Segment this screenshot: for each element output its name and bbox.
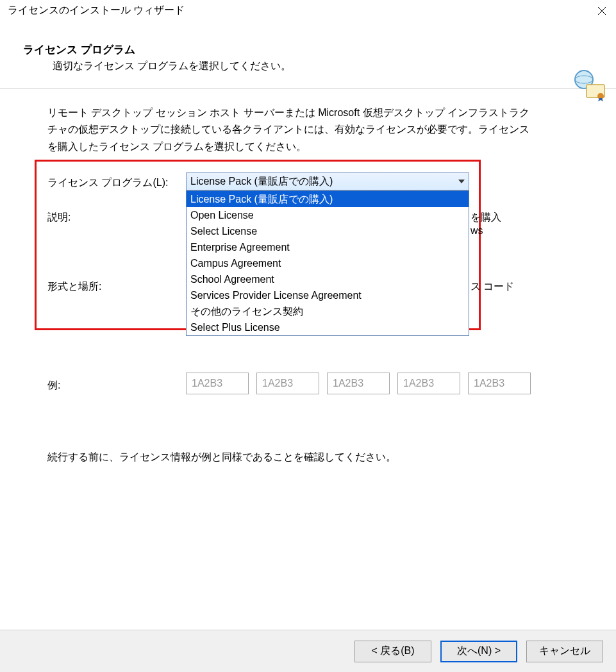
- intro-text: リモート デスクトップ セッション ホスト サーバーまたは Microsoft …: [47, 105, 535, 155]
- label-example: 例:: [47, 379, 60, 392]
- next-button[interactable]: 次へ(N) >: [440, 641, 517, 662]
- close-button[interactable]: [588, 1, 616, 21]
- example-field: 1A2B3: [397, 373, 460, 394]
- license-program-combobox[interactable]: License Pack (量販店での購入): [186, 172, 469, 190]
- example-fields-row: 1A2B3 1A2B3 1A2B3 1A2B3 1A2B3: [186, 373, 531, 394]
- wizard-header: ライセンス プログラム 適切なライセンス プログラムを選択してください。: [0, 31, 616, 89]
- close-icon: [597, 6, 606, 15]
- cancel-button[interactable]: キャンセル: [526, 641, 603, 662]
- license-program-dropdown[interactable]: License Pack (量販店での購入) Open License Sele…: [186, 190, 469, 336]
- back-button[interactable]: < 戻る(B): [354, 641, 431, 662]
- obscured-text-line1: を購入: [470, 211, 501, 224]
- example-field: 1A2B3: [256, 373, 319, 394]
- obscured-text-line2: ws: [470, 225, 483, 237]
- window-title: ライセンスのインストール ウィザード: [8, 4, 185, 17]
- title-bar: ライセンスのインストール ウィザード: [0, 0, 616, 31]
- chevron-down-icon: [458, 180, 465, 183]
- wizard-footer: < 戻る(B) 次へ(N) > キャンセル: [0, 630, 616, 672]
- combobox-arrow-button[interactable]: [454, 173, 469, 190]
- obscured-text-line3: ス コード: [470, 280, 514, 294]
- dropdown-option[interactable]: その他のライセンス契約: [187, 303, 469, 319]
- dropdown-option[interactable]: Select Plus License: [187, 319, 469, 335]
- dropdown-option[interactable]: License Pack (量販店での購入): [187, 191, 469, 207]
- label-description: 説明:: [47, 211, 71, 224]
- dropdown-option[interactable]: Open License: [187, 207, 469, 223]
- header-title: ライセンス プログラム: [23, 42, 608, 57]
- header-subtitle: 適切なライセンス プログラムを選択してください。: [23, 60, 608, 73]
- label-license-program: ライセンス プログラム(L):: [47, 176, 168, 190]
- confirm-text: 続行する前に、ライセンス情報が例と同様であることを確認してください。: [47, 451, 396, 464]
- example-field: 1A2B3: [186, 373, 249, 394]
- dropdown-option[interactable]: School Agreement: [187, 271, 469, 287]
- dropdown-option[interactable]: Enterprise Agreement: [187, 239, 469, 255]
- wizard-body: リモート デスクトップ セッション ホスト サーバーまたは Microsoft …: [0, 89, 616, 621]
- example-field: 1A2B3: [468, 373, 531, 394]
- dropdown-option[interactable]: Select License: [187, 223, 469, 239]
- dropdown-option[interactable]: Services Provider License Agreement: [187, 287, 469, 303]
- label-format: 形式と場所:: [47, 280, 101, 294]
- combobox-selected-text: License Pack (量販店での購入): [190, 175, 454, 189]
- example-field: 1A2B3: [327, 373, 390, 394]
- dropdown-option[interactable]: Campus Agreement: [187, 255, 469, 271]
